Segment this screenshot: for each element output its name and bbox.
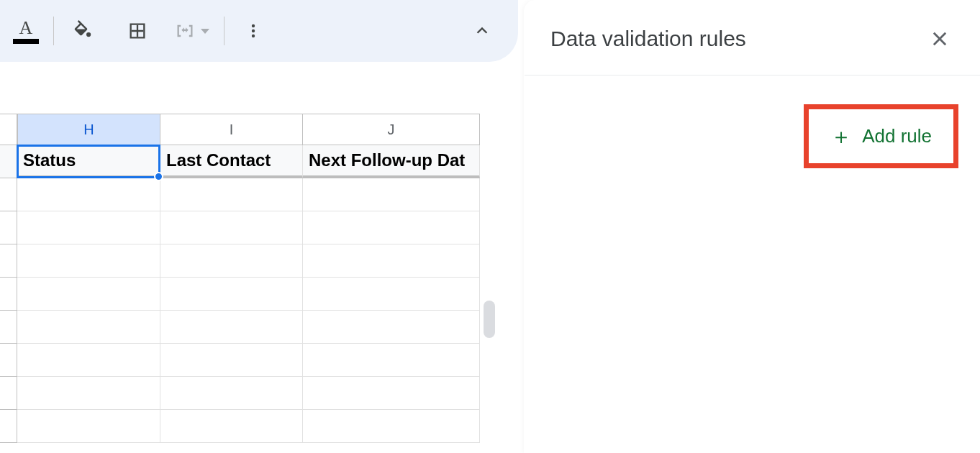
panel-title: Data validation rules — [550, 27, 746, 51]
panel-body: ＋ Add rule — [525, 76, 980, 197]
data-validation-panel: Data validation rules ＋ Add rule — [524, 0, 980, 453]
cell[interactable] — [303, 344, 480, 377]
grid-rows: Status Last Contact Next Follow-up Dat — [0, 145, 518, 443]
row-header[interactable] — [0, 311, 17, 344]
table-row — [0, 244, 518, 278]
svg-point-1 — [252, 24, 255, 27]
add-rule-highlight-box: ＋ Add rule — [804, 104, 958, 168]
add-rule-label: Add rule — [862, 125, 932, 147]
header-cell-last-contact[interactable]: Last Contact — [160, 145, 303, 178]
cell[interactable] — [160, 178, 303, 211]
more-options-button[interactable] — [235, 12, 272, 50]
svg-point-0 — [86, 32, 91, 37]
caret-down-icon — [201, 29, 209, 34]
row-header[interactable] — [0, 178, 17, 211]
cell[interactable] — [160, 344, 303, 377]
add-rule-button[interactable]: ＋ Add rule — [823, 121, 939, 152]
row-header[interactable] — [0, 344, 17, 377]
cell[interactable] — [17, 178, 160, 211]
spreadsheet-pane: A — [0, 0, 518, 453]
row-header[interactable] — [0, 410, 17, 443]
table-row — [0, 344, 518, 377]
borders-icon — [127, 21, 148, 41]
toolbar-separator — [53, 17, 54, 45]
cell[interactable] — [303, 377, 480, 410]
row-header-corner[interactable] — [0, 114, 17, 145]
merge-cells-icon — [175, 21, 195, 41]
sheet-area: H I J Status Last Contact Next Follow-up… — [0, 114, 518, 443]
more-vertical-icon — [245, 22, 262, 40]
text-color-button[interactable]: A — [9, 12, 43, 50]
close-icon — [930, 29, 950, 49]
row-header[interactable] — [0, 145, 17, 178]
table-row — [0, 278, 518, 311]
borders-button[interactable] — [119, 12, 156, 50]
cell[interactable] — [303, 410, 480, 443]
fill-color-icon — [72, 20, 94, 42]
text-color-letter-icon: A — [19, 19, 33, 37]
cell[interactable] — [17, 410, 160, 443]
cell[interactable] — [303, 278, 480, 311]
table-row — [0, 410, 518, 443]
cell[interactable] — [160, 410, 303, 443]
cell[interactable] — [17, 244, 160, 278]
vertical-scrollbar-thumb[interactable] — [484, 301, 495, 338]
header-cell-next-followup[interactable]: Next Follow-up Dat — [303, 145, 480, 178]
fill-color-button[interactable] — [64, 12, 101, 50]
collapse-toolbar-button[interactable] — [463, 12, 501, 50]
column-header-j[interactable]: J — [303, 114, 480, 145]
svg-point-2 — [252, 29, 255, 32]
row-header[interactable] — [0, 244, 17, 278]
table-row — [0, 178, 518, 211]
cell[interactable] — [303, 244, 480, 278]
panel-header: Data validation rules — [525, 24, 980, 76]
merge-cells-button[interactable] — [171, 12, 214, 50]
cell[interactable] — [17, 278, 160, 311]
text-color-bar — [13, 39, 39, 44]
toolbar: A — [0, 0, 518, 62]
column-header-h[interactable]: H — [17, 114, 160, 145]
cell[interactable] — [303, 178, 480, 211]
svg-point-3 — [252, 35, 255, 37]
cell[interactable] — [160, 278, 303, 311]
row-header[interactable] — [0, 377, 17, 410]
table-row — [0, 211, 518, 244]
header-cell-status[interactable]: Status — [17, 145, 160, 178]
cell[interactable] — [160, 377, 303, 410]
close-panel-button[interactable] — [925, 24, 954, 53]
cell[interactable] — [160, 311, 303, 344]
cell[interactable] — [17, 377, 160, 410]
table-row — [0, 311, 518, 344]
cell[interactable] — [17, 211, 160, 244]
column-headers-row: H I J — [0, 114, 518, 145]
chevron-up-icon — [474, 23, 490, 39]
cell[interactable] — [303, 311, 480, 344]
toolbar-separator — [224, 17, 224, 45]
column-header-i[interactable]: I — [160, 114, 303, 145]
row-header[interactable] — [0, 278, 17, 311]
cell[interactable] — [17, 344, 160, 377]
table-row — [0, 377, 518, 410]
table-header-row: Status Last Contact Next Follow-up Dat — [0, 145, 518, 178]
cell[interactable] — [160, 244, 303, 278]
plus-icon: ＋ — [830, 126, 852, 147]
row-header[interactable] — [0, 211, 17, 244]
cell[interactable] — [160, 211, 303, 244]
cell[interactable] — [17, 311, 160, 344]
cell[interactable] — [303, 211, 480, 244]
